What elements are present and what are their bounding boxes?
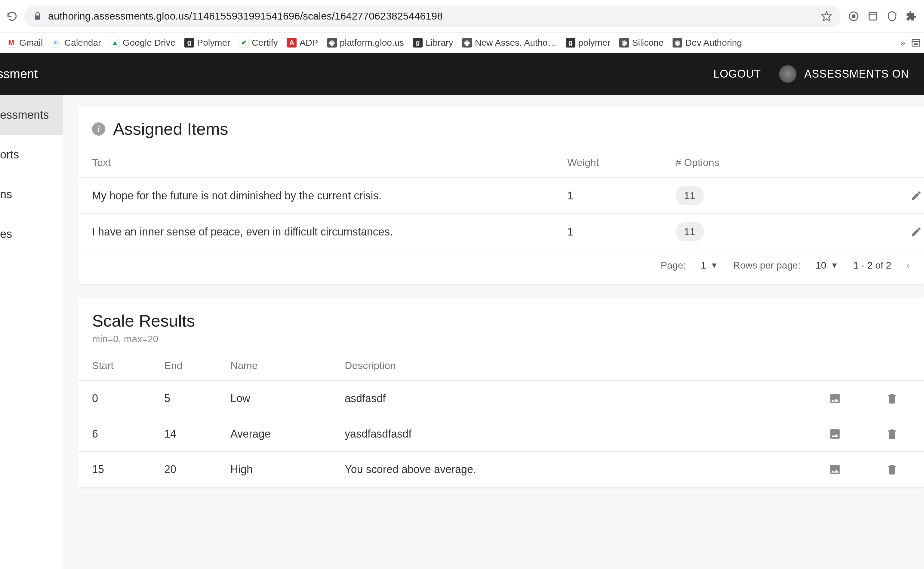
col-start: Start	[92, 360, 164, 371]
sidebar-item-3[interactable]: ns	[0, 175, 63, 214]
bookmark-label: Polymer	[197, 38, 230, 48]
edit-button[interactable]	[832, 190, 922, 202]
bookmark-label: Calendar	[64, 38, 101, 48]
adp-icon: A	[287, 38, 297, 47]
bookmark-polymer2[interactable]: g polymer	[562, 36, 614, 50]
page-label: Page:	[661, 260, 686, 271]
table-row: 6 14 Average yasdfasdfasdf	[78, 416, 924, 452]
scale-table-head: Start End Name Description	[78, 351, 924, 381]
cell-name: Average	[230, 428, 345, 440]
bookmark-label: Silicone	[632, 38, 664, 48]
svg-point-2	[852, 14, 856, 18]
col-name: Name	[230, 360, 345, 371]
app-header: ssment LOGOUT ASSESSMENTS ON	[0, 53, 924, 95]
image-button[interactable]	[796, 428, 874, 440]
sidebar-item-reports[interactable]: orts	[0, 135, 63, 175]
svg-rect-3	[869, 12, 877, 20]
bookmark-label: Library	[426, 38, 453, 48]
bookmark-polymer[interactable]: g Polymer	[181, 36, 234, 50]
info-icon[interactable]: i	[92, 122, 105, 135]
library-icon: g	[413, 38, 423, 47]
scale-results-subtitle: min=0, max=20	[92, 333, 910, 345]
rows-value: 10	[816, 260, 827, 271]
cell-name: High	[230, 463, 345, 476]
account-label[interactable]: ASSESSMENTS ON	[804, 68, 909, 80]
delete-button[interactable]	[874, 428, 910, 440]
cell-description: yasdfasdfasdf	[345, 428, 796, 440]
globe-icon: ◉	[462, 38, 472, 47]
image-button[interactable]	[796, 392, 874, 405]
globe-icon: ◉	[327, 38, 337, 47]
assigned-items-table: Text Weight # Options My hope for the fu…	[78, 148, 924, 250]
app-title: ssment	[0, 67, 38, 81]
cell-options: 11	[676, 186, 832, 205]
sidebar-item-label: essments	[0, 108, 49, 122]
ext-icon-3[interactable]	[886, 10, 899, 23]
prev-page-button[interactable]: ‹	[906, 259, 910, 272]
avatar[interactable]	[779, 65, 796, 83]
table-row: I have an inner sense of peace, even in …	[78, 214, 924, 250]
browser-address-bar: authoring.assessments.gloo.us/1146155931…	[0, 0, 924, 32]
ext-icon-2[interactable]	[866, 10, 880, 23]
sidebar-item-assessments[interactable]: essments	[0, 95, 63, 135]
scale-results-header: Scale Results min=0, max=20	[78, 298, 924, 351]
bookmarks-bar: M Gmail 31 Calendar ▲ Google Drive g Pol…	[0, 32, 924, 53]
reading-list-icon[interactable]	[911, 38, 921, 48]
rows-select[interactable]: 10 ▼	[816, 260, 838, 271]
globe-icon: ◉	[673, 38, 682, 47]
certify-icon: ✔	[239, 38, 249, 47]
bookmarks-overflow-icon[interactable]: »	[900, 38, 905, 48]
image-button[interactable]	[796, 463, 874, 476]
assigned-items-table-head: Text Weight # Options	[78, 148, 924, 178]
bookmark-star-icon[interactable]	[821, 11, 832, 22]
bookmark-drive[interactable]: ▲ Google Drive	[107, 36, 179, 50]
reload-icon[interactable]	[6, 10, 18, 22]
bookmark-certify[interactable]: ✔ Certify	[236, 36, 282, 50]
bookmark-calendar[interactable]: 31 Calendar	[48, 36, 105, 50]
cell-options: 11	[676, 222, 832, 241]
globe-icon: ◉	[619, 38, 629, 47]
sidebar: essments orts ns es	[0, 95, 63, 569]
bookmark-label: Gmail	[19, 38, 43, 48]
cell-description: asdfasdf	[345, 392, 796, 405]
bookmark-dev-authoring[interactable]: ◉ Dev Authoring	[669, 36, 745, 50]
url-input[interactable]: authoring.assessments.gloo.us/1146155931…	[24, 5, 841, 27]
table-row: 0 5 Low asdfasdf	[78, 381, 924, 416]
delete-button[interactable]	[874, 463, 910, 475]
lock-icon	[33, 12, 42, 21]
bookmark-gmail[interactable]: M Gmail	[3, 36, 46, 50]
edit-button[interactable]	[832, 226, 922, 238]
ext-icon-1[interactable]	[847, 10, 860, 23]
cell-end: 5	[164, 392, 230, 405]
url-text: authoring.assessments.gloo.us/1146155931…	[48, 10, 815, 22]
bookmark-silicone[interactable]: ◉ Silicone	[616, 36, 667, 50]
sidebar-item-4[interactable]: es	[0, 214, 63, 254]
sidebar-item-label: orts	[0, 148, 19, 161]
options-pill: 11	[676, 222, 704, 241]
col-end: End	[164, 360, 230, 371]
bookmark-platform[interactable]: ◉ platform.gloo.us	[324, 36, 408, 50]
cell-start: 6	[92, 428, 164, 440]
chevron-down-icon: ▼	[711, 261, 718, 270]
bookmark-label: ADP	[300, 38, 318, 48]
puzzle-icon[interactable]	[905, 10, 918, 23]
bookmark-adp[interactable]: A ADP	[283, 36, 322, 50]
polymer-icon: g	[566, 38, 575, 47]
bookmark-new-asses[interactable]: ◉ New Asses. Autho…	[459, 36, 560, 50]
bookmark-label: polymer	[578, 38, 610, 48]
bookmark-library[interactable]: g Library	[409, 36, 457, 50]
page-select[interactable]: 1 ▼	[701, 260, 718, 271]
gmail-icon: M	[7, 38, 16, 47]
bookmark-label: platform.gloo.us	[340, 38, 404, 48]
cell-description: You scored above average.	[345, 463, 796, 476]
bookmark-label: Dev Authoring	[685, 38, 742, 48]
bookmark-label: New Asses. Autho…	[475, 38, 557, 48]
chevron-down-icon: ▼	[830, 261, 838, 270]
logout-link[interactable]: LOGOUT	[714, 68, 761, 80]
cell-end: 20	[164, 463, 230, 476]
table-row: 15 20 High You scored above average.	[78, 452, 924, 487]
delete-button[interactable]	[874, 393, 910, 405]
scale-results-card: Scale Results min=0, max=20 Start End Na…	[78, 298, 924, 487]
options-pill: 11	[676, 186, 704, 205]
bookmark-label: Certify	[252, 38, 278, 48]
